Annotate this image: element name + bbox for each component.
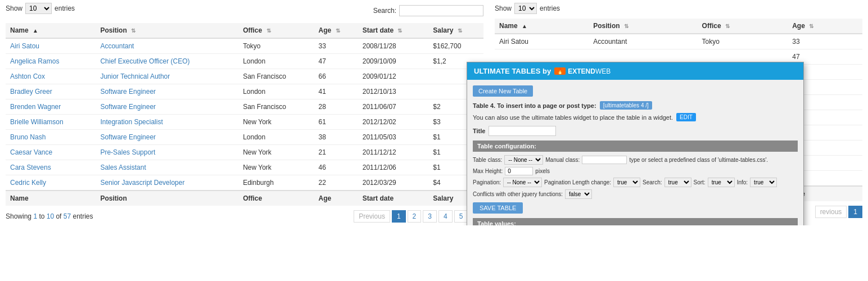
pagination: Previous 1 2 3 4 5 6 bbox=[354, 210, 483, 223]
col-header-name[interactable]: Name ▲ bbox=[6, 23, 96, 38]
right-sort-name: ▲ bbox=[522, 23, 527, 29]
position-link[interactable]: Software Engineer bbox=[100, 133, 156, 141]
right-cell-position: Accountant bbox=[589, 34, 697, 49]
right-col-age[interactable]: Age ⇅ bbox=[788, 19, 862, 34]
col-header-age[interactable]: Age ⇅ bbox=[314, 23, 358, 38]
right-show-select[interactable]: 10 bbox=[514, 3, 537, 14]
config-section-header: Table configuration: bbox=[473, 140, 798, 152]
left-show-select[interactable]: 10 25 50 100 bbox=[25, 3, 52, 14]
name-link[interactable]: Caesar Vance bbox=[10, 148, 52, 156]
position-link[interactable]: Integration Specialist bbox=[100, 118, 162, 126]
right-table-row: Airi Satou Accountant Tokyo 33 bbox=[495, 34, 862, 49]
cell-age: 38 bbox=[314, 130, 358, 145]
name-link[interactable]: Airi Satou bbox=[10, 42, 39, 50]
name-link[interactable]: Angelica Ramos bbox=[10, 57, 59, 65]
pagination-config-label: Pagination: bbox=[473, 179, 501, 185]
sort-icon-salary: ⇅ bbox=[458, 28, 462, 34]
cell-office: London bbox=[238, 84, 314, 99]
col-header-office[interactable]: Office ⇅ bbox=[238, 23, 314, 38]
max-height-unit: pixels bbox=[535, 168, 550, 174]
title-row: Title bbox=[473, 126, 798, 136]
name-link[interactable]: Cedric Kelly bbox=[10, 179, 46, 187]
right-col-office[interactable]: Office ⇅ bbox=[698, 19, 788, 34]
cell-start-date: 2012/12/02 bbox=[358, 115, 429, 130]
page-2-button[interactable]: 2 bbox=[408, 210, 422, 223]
pagination-select[interactable]: -- None --truefalse bbox=[503, 178, 542, 187]
extend-text: EXTENDWEB bbox=[568, 67, 611, 75]
info-select[interactable]: truefalse bbox=[750, 178, 777, 187]
position-link[interactable]: Junior Technical Author bbox=[100, 72, 170, 80]
table-row: Caesar Vance Pre-Sales Support New York … bbox=[6, 145, 483, 160]
info-label: Info: bbox=[737, 179, 748, 185]
pagination-length-select[interactable]: truefalse bbox=[613, 178, 640, 187]
page-1-button[interactable]: 1 bbox=[392, 210, 406, 223]
cell-position: Software Engineer bbox=[96, 84, 238, 99]
cell-position: Software Engineer bbox=[96, 99, 238, 115]
right-page-1[interactable]: 1 bbox=[848, 206, 862, 218]
cell-start-date: 2011/12/06 bbox=[358, 160, 429, 175]
name-link[interactable]: Brielle Williamson bbox=[10, 118, 64, 126]
foot-age: Age bbox=[314, 191, 358, 206]
position-link[interactable]: Accountant bbox=[100, 42, 134, 50]
name-link[interactable]: Cara Stevens bbox=[10, 164, 51, 171]
entries-label: entries bbox=[55, 4, 75, 12]
cell-office: New York bbox=[238, 145, 314, 160]
sort-select[interactable]: truefalse bbox=[708, 178, 735, 187]
name-link[interactable]: Ashton Cox bbox=[10, 72, 45, 80]
widget-edit-button[interactable]: EDIT bbox=[676, 113, 696, 121]
cell-position: Accountant bbox=[96, 38, 238, 54]
cell-age: 33 bbox=[314, 38, 358, 54]
prev-button[interactable]: Previous bbox=[354, 210, 390, 223]
manual-class-input[interactable] bbox=[582, 156, 627, 164]
right-sort-age: ⇅ bbox=[809, 23, 813, 29]
right-cell-name: Airi Satou bbox=[495, 34, 589, 49]
right-col-position[interactable]: Position ⇅ bbox=[589, 19, 697, 34]
cell-position: Integration Specialist bbox=[96, 115, 238, 130]
right-cell-office: Tokyo bbox=[698, 34, 788, 49]
title-input[interactable] bbox=[489, 126, 556, 136]
cell-position: Pre-Sales Support bbox=[96, 145, 238, 160]
cell-office: New York bbox=[238, 160, 314, 175]
position-link[interactable]: Chief Executive Officer (CEO) bbox=[100, 57, 189, 65]
page-5-button[interactable]: 5 bbox=[454, 210, 468, 223]
position-link[interactable]: Software Engineer bbox=[100, 103, 156, 111]
table-row: Angelica Ramos Chief Executive Officer (… bbox=[6, 54, 483, 69]
position-link[interactable]: Pre-Sales Support bbox=[100, 148, 155, 156]
table-info-label: Table 4. To insert into a page or post t… bbox=[473, 102, 596, 109]
page-4-button[interactable]: 4 bbox=[438, 210, 453, 223]
name-link[interactable]: Bruno Nash bbox=[10, 133, 46, 141]
manual-class-info: type or select a predefined class of 'ul… bbox=[629, 157, 768, 163]
foot-position: Position bbox=[96, 191, 238, 206]
modal-logo: 🔥 EXTENDWEB bbox=[554, 67, 611, 75]
sort-icon-position: ⇅ bbox=[131, 28, 135, 34]
col-header-salary[interactable]: Salary ⇅ bbox=[428, 23, 483, 38]
max-height-label: Max Height: bbox=[473, 168, 503, 174]
conflicts-select[interactable]: falsetrue bbox=[565, 189, 592, 199]
name-link[interactable]: Brenden Wagner bbox=[10, 103, 61, 111]
table-info-row: Table 4. To insert into a page or post t… bbox=[473, 101, 798, 121]
search-input[interactable] bbox=[399, 5, 483, 16]
name-link[interactable]: Bradley Greer bbox=[10, 88, 52, 96]
save-table-button[interactable]: SAVE TABLE bbox=[473, 202, 523, 214]
right-prev-button[interactable]: revious bbox=[815, 206, 847, 218]
position-link[interactable]: Software Engineer bbox=[100, 88, 156, 96]
position-link[interactable]: Senior Javascript Developer bbox=[100, 179, 184, 187]
table-row: Brenden Wagner Software Engineer San Fra… bbox=[6, 99, 483, 115]
cell-name: Airi Satou bbox=[6, 38, 96, 54]
manual-class-label: Manual class: bbox=[545, 157, 580, 163]
page-3-button[interactable]: 3 bbox=[423, 210, 437, 223]
position-link[interactable]: Sales Assistant bbox=[100, 164, 146, 171]
search-config-select[interactable]: truefalse bbox=[664, 178, 691, 187]
create-table-button[interactable]: Create New Table bbox=[473, 85, 533, 97]
right-col-name[interactable]: Name ▲ bbox=[495, 19, 589, 34]
cell-age: 46 bbox=[314, 160, 358, 175]
max-height-input[interactable] bbox=[505, 167, 533, 175]
sort-icon-start: ⇅ bbox=[397, 28, 402, 34]
right-pagination: revious 1 bbox=[815, 206, 862, 218]
col-header-position[interactable]: Position ⇅ bbox=[96, 23, 238, 38]
col-header-start-date[interactable]: Start date ⇅ bbox=[358, 23, 429, 38]
cell-start-date: 2012/03/29 bbox=[358, 175, 429, 191]
cell-start-date: 2011/05/03 bbox=[358, 130, 429, 145]
table-class-select[interactable]: -- None -- bbox=[504, 155, 543, 165]
right-cell-age: 33 bbox=[788, 34, 862, 49]
